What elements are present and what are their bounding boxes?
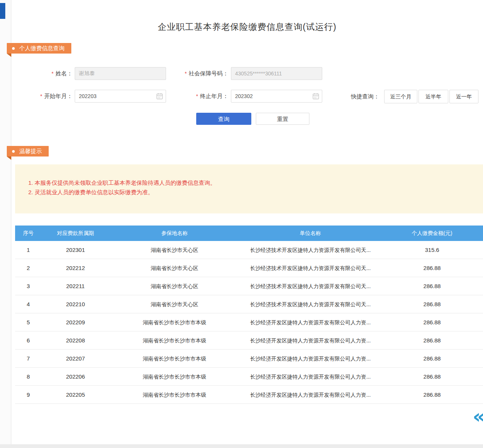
cell-place: 湖南省长沙市天心区 (109, 295, 240, 313)
tips-notice-box: 1. 本服务仅提供尚未领取企业职工基本养老保险待遇人员的缴费信息查询。 2. 灵… (15, 164, 483, 213)
cell-seq: 1 (15, 241, 42, 259)
table-row: 8 202206 湖南省长沙市长沙市市本级 长沙经济开发区捷特人力资源开发有限公… (15, 368, 483, 386)
cell-place: 湖南省长沙市天心区 (109, 277, 240, 295)
cell-place: 湖南省长沙市天心区 (109, 241, 240, 259)
col-header-seq: 序号 (15, 226, 42, 241)
cell-place: 湖南省长沙市天心区 (109, 259, 240, 277)
page: 企业职工基本养老保险缴费信息查询(试运行) 个人缴费信息查询 *姓名： *社会保… (0, 0, 483, 448)
cell-period: 202207 (42, 350, 109, 367)
calendar-icon[interactable] (156, 93, 163, 100)
cell-company: 长沙经济开发区捷特人力资源开发有限公司人力资... (240, 386, 381, 404)
table-row: 4 202210 湖南省长沙市天心区 长沙经济技术开发区捷特人力资源开发有限公司… (15, 295, 483, 313)
cell-amount: 315.6 (381, 241, 483, 259)
cell-company: 长沙经济开发区捷特人力资源开发有限公司人力资... (240, 313, 381, 331)
table-row: 1 202301 湖南省长沙市天心区 长沙经济技术开发区捷特人力资源开发有限公司… (15, 241, 483, 259)
section-tips-label: 温馨提示 (19, 146, 42, 156)
cell-company: 长沙经济技术开发区捷特人力资源开发有限公司天... (240, 295, 381, 313)
required-asterisk: * (40, 93, 42, 99)
cell-period: 202211 (42, 277, 109, 295)
cell-seq: 7 (15, 350, 42, 367)
table-row: 5 202209 湖南省长沙市长沙市市本级 长沙经济开发区捷特人力资源开发有限公… (15, 313, 483, 331)
required-asterisk: * (52, 71, 54, 77)
cell-amount: 286.88 (381, 277, 483, 295)
cell-amount: 286.88 (381, 295, 483, 313)
cell-amount: 286.88 (381, 259, 483, 277)
col-header-company: 单位名称 (240, 226, 381, 241)
name-field[interactable] (75, 67, 166, 80)
bullet-dot-icon (12, 150, 15, 153)
section-personal-query: 个人缴费信息查询 (7, 43, 71, 54)
query-button[interactable]: 查询 (196, 113, 251, 125)
end-month-field[interactable] (231, 90, 322, 103)
section-personal-query-label: 个人缴费信息查询 (19, 43, 65, 54)
cell-amount: 286.88 (381, 350, 483, 367)
cell-seq: 2 (15, 259, 42, 277)
cell-period: 202210 (42, 295, 109, 313)
cell-seq: 5 (15, 313, 42, 331)
cell-period: 202209 (42, 313, 109, 331)
cell-company: 长沙经济开发区捷特人力资源开发有限公司人力资... (240, 350, 381, 367)
ssn-field[interactable] (231, 67, 322, 80)
bottom-bar (0, 444, 483, 448)
cell-amount: 286.88 (381, 368, 483, 385)
cell-company: 长沙经济技术开发区捷特人力资源开发有限公司天... (240, 259, 381, 277)
left-rail (0, 0, 11, 448)
cell-company: 长沙经济技术开发区捷特人力资源开发有限公司天... (240, 277, 381, 295)
cell-seq: 4 (15, 295, 42, 313)
cell-company: 长沙经济技术开发区捷特人力资源开发有限公司天... (240, 241, 381, 259)
bullet-dot-icon (12, 47, 15, 50)
cell-place: 湖南省长沙市长沙市市本级 (109, 331, 240, 349)
cell-period: 202212 (42, 259, 109, 277)
required-asterisk: * (196, 93, 198, 99)
cell-place: 湖南省长沙市长沙市市本级 (109, 350, 240, 367)
cell-place: 湖南省长沙市长沙市市本级 (109, 368, 240, 385)
name-label: *姓名： (23, 67, 72, 80)
side-nav-tab (0, 3, 5, 19)
col-header-place: 参保地名称 (109, 226, 240, 241)
tips-line: 2. 灵活就业人员的缴费单位信息以实际缴费为准。 (28, 187, 472, 197)
cell-seq: 3 (15, 277, 42, 295)
col-header-amount: 个人缴费金额(元) (381, 226, 483, 241)
required-asterisk: * (185, 71, 187, 77)
table-header-row: 序号 对应费款所属期 参保地名称 单位名称 个人缴费金额(元) (15, 226, 483, 241)
cell-amount: 286.88 (381, 331, 483, 349)
cell-place: 湖南省长沙市长沙市市本级 (109, 386, 240, 404)
ribbon-fold-decor (7, 156, 11, 160)
payment-table: 序号 对应费款所属期 参保地名称 单位名称 个人缴费金额(元) 1 202301… (15, 226, 483, 404)
ribbon-fold-decor (7, 54, 11, 57)
quick-oneyear-button[interactable]: 近一年 (449, 90, 478, 103)
collapse-chevron-icon[interactable]: « (472, 407, 483, 425)
tips-line: 1. 本服务仅提供尚未领取企业职工基本养老保险待遇人员的缴费信息查询。 (28, 178, 472, 187)
table-row: 7 202207 湖南省长沙市长沙市市本级 长沙经济开发区捷特人力资源开发有限公… (15, 350, 483, 368)
ssn-label: *社会保障号码： (166, 67, 228, 80)
quick-query-label: 快捷查询： (351, 90, 379, 103)
cell-seq: 9 (15, 386, 42, 404)
quick-3months-button[interactable]: 近三个月 (384, 90, 417, 103)
cell-seq: 6 (15, 331, 42, 349)
cell-seq: 8 (15, 368, 42, 385)
cell-company: 长沙经济开发区捷特人力资源开发有限公司人力资... (240, 368, 381, 385)
section-tips: 温馨提示 (7, 146, 49, 156)
cell-period: 202301 (42, 241, 109, 259)
cell-period: 202205 (42, 386, 109, 404)
quick-halfyear-button[interactable]: 近半年 (418, 90, 448, 103)
table-row: 3 202211 湖南省长沙市天心区 长沙经济技术开发区捷特人力资源开发有限公司… (15, 277, 483, 295)
page-title: 企业职工基本养老保险缴费信息查询(试运行) (11, 21, 483, 33)
end-month-label: *终止年月： (179, 90, 228, 103)
col-header-period: 对应费款所属期 (42, 226, 109, 241)
table-row: 6 202208 湖南省长沙市长沙市市本级 长沙经济开发区捷特人力资源开发有限公… (15, 331, 483, 350)
calendar-icon[interactable] (312, 93, 319, 100)
reset-button[interactable]: 重置 (256, 113, 309, 125)
cell-company: 长沙经济开发区捷特人力资源开发有限公司人力资... (240, 331, 381, 349)
cell-place: 湖南省长沙市长沙市市本级 (109, 313, 240, 331)
cell-amount: 286.88 (381, 386, 483, 404)
table-row: 2 202212 湖南省长沙市天心区 长沙经济技术开发区捷特人力资源开发有限公司… (15, 259, 483, 277)
start-month-label: *开始年月： (23, 90, 72, 103)
start-month-field[interactable] (75, 90, 166, 103)
cell-period: 202208 (42, 331, 109, 349)
cell-amount: 286.88 (381, 313, 483, 331)
table-row: 9 202205 湖南省长沙市长沙市市本级 长沙经济开发区捷特人力资源开发有限公… (15, 386, 483, 404)
cell-period: 202206 (42, 368, 109, 385)
